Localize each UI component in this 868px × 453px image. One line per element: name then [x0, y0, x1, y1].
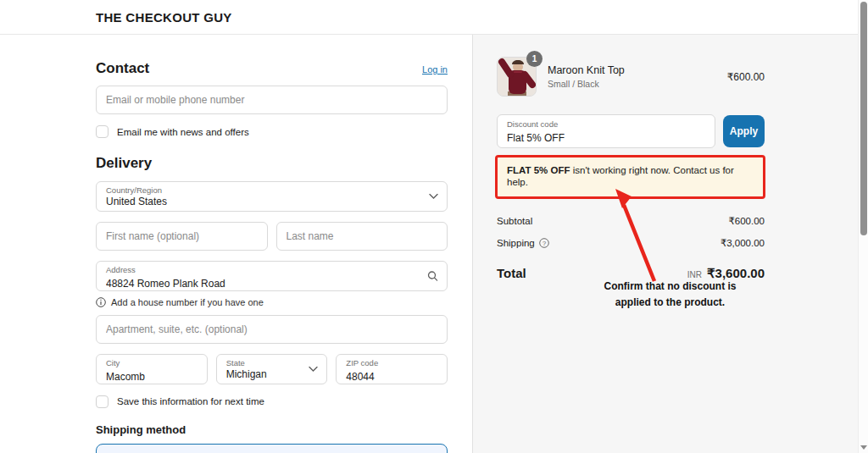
store-logo-text[interactable]: THE CHECKOUT GUY — [96, 10, 232, 25]
shipping-method-title: Shipping method — [96, 423, 448, 436]
news-offers-checkbox-row[interactable]: Email me with news and offers — [96, 125, 448, 138]
shipping-row: Shipping ? ₹3,000.00 — [497, 237, 765, 249]
discount-error-code: FLAT 5% OFF — [507, 165, 570, 175]
cart-line-item: 1 Maroon Knit Top Small / Black ₹600.00 — [497, 57, 765, 97]
order-summary-column: 1 Maroon Knit Top Small / Black ₹600.00 … — [472, 35, 868, 453]
product-price: ₹600.00 — [727, 71, 765, 83]
city-label: City — [106, 358, 198, 368]
save-info-label: Save this information for next time — [117, 396, 264, 406]
svg-text:?: ? — [542, 239, 546, 246]
currency-code: INR — [687, 270, 702, 279]
city-field-box[interactable]: City — [96, 354, 208, 384]
discount-field-box[interactable]: Discount code — [497, 114, 715, 148]
checkout-header: THE CHECKOUT GUY — [0, 0, 868, 35]
zip-field-box[interactable]: ZIP code — [336, 354, 448, 384]
annotation-note-line2: applied to the product. — [592, 295, 748, 311]
state-label: State — [226, 358, 318, 368]
address-field[interactable] — [106, 278, 437, 291]
apartment-field[interactable] — [96, 315, 448, 344]
state-value: Michigan — [226, 368, 318, 382]
chevron-down-icon — [309, 366, 318, 372]
address-label: Address — [106, 265, 437, 275]
zip-field[interactable] — [346, 371, 437, 384]
chevron-down-icon — [429, 193, 438, 199]
error-highlight-box: FLAT 5% OFF isn't working right now. Con… — [495, 155, 765, 199]
email-field[interactable] — [96, 86, 448, 114]
annotation-note-line1: Confirm that no discount is — [592, 279, 748, 295]
discount-code-label: Discount code — [507, 119, 705, 130]
address-hint-row: Add a house number if you have one — [96, 297, 448, 307]
contact-section-title: Contact — [96, 60, 149, 77]
shipping-label: Shipping — [497, 238, 535, 248]
state-select[interactable]: State Michigan — [216, 354, 328, 384]
quantity-badge: 1 — [526, 51, 542, 67]
product-title: Maroon Knit Top — [548, 64, 727, 76]
news-offers-checkbox[interactable] — [96, 125, 108, 138]
total-label: Total — [497, 266, 526, 280]
city-field[interactable] — [106, 371, 198, 384]
subtotal-value: ₹600.00 — [729, 215, 765, 227]
apply-discount-button[interactable]: Apply — [723, 115, 765, 147]
first-name-field[interactable] — [96, 222, 268, 251]
save-info-checkbox[interactable] — [96, 395, 108, 408]
news-offers-label: Email me with news and offers — [117, 127, 249, 137]
subtotal-row: Subtotal ₹600.00 — [497, 215, 765, 227]
vertical-scrollbar[interactable] — [858, 0, 868, 453]
country-region-value: United States — [106, 196, 437, 209]
checkout-form-column: Contact Log in Email me with news and of… — [0, 35, 472, 453]
login-link[interactable]: Log in — [422, 64, 448, 75]
discount-error-banner: FLAT 5% OFF isn't working right now. Con… — [498, 157, 763, 196]
info-icon — [96, 297, 106, 307]
annotation-note: Confirm that no discount is applied to t… — [592, 279, 748, 310]
help-icon[interactable]: ? — [539, 238, 549, 248]
discount-row: Discount code Apply — [497, 114, 765, 148]
zip-label: ZIP code — [346, 358, 437, 368]
scrollbar-thumb[interactable] — [860, 2, 867, 235]
delivery-section-title: Delivery — [96, 155, 448, 172]
country-region-select[interactable]: Country/Region United States — [96, 181, 448, 212]
subtotal-label: Subtotal — [497, 216, 532, 226]
discount-code-field[interactable] — [507, 132, 705, 146]
last-name-field[interactable] — [276, 222, 448, 251]
address-field-box[interactable]: Address — [96, 261, 448, 291]
checkout-content: Contact Log in Email me with news and of… — [0, 35, 868, 453]
product-variant: Small / Black — [548, 79, 727, 89]
scrollbar-down-arrow-icon[interactable] — [860, 445, 867, 450]
country-region-label: Country/Region — [106, 185, 437, 196]
shipping-value: ₹3,000.00 — [721, 237, 765, 249]
address-hint-text: Add a house number if you have one — [111, 297, 264, 307]
search-icon — [427, 270, 438, 281]
save-info-checkbox-row[interactable]: Save this information for next time — [96, 395, 448, 408]
shipping-option-international[interactable]: International Shipping ₹3,000.00 — [96, 444, 448, 453]
